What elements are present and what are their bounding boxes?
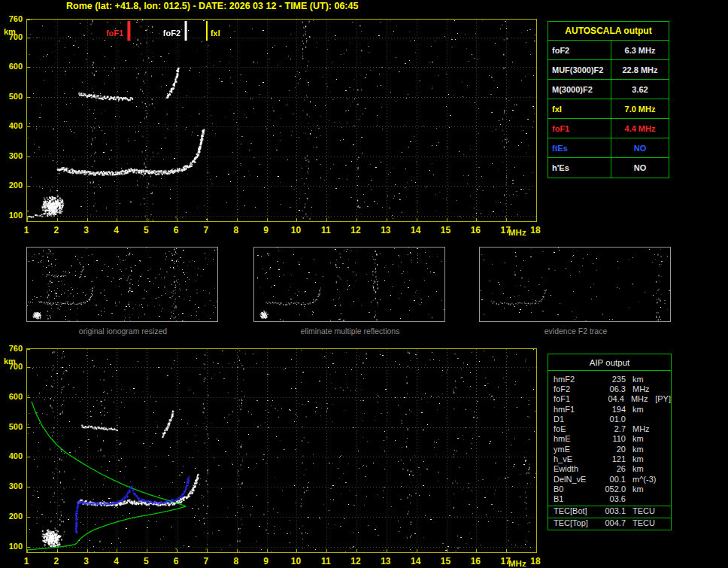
- aip-unit: km: [626, 375, 656, 384]
- y-tick-label: 400: [2, 121, 23, 130]
- thumbnail-original-canvas: [26, 247, 218, 322]
- x-tick-label: 15: [437, 225, 455, 235]
- x-tick-label: 6: [167, 556, 185, 566]
- autoscala-row-foF1: foF14.4 MHz: [548, 119, 669, 138]
- aip-row-foE: foE2.7MHz: [548, 424, 671, 433]
- thumbnail-f2-trace-canvas: [479, 247, 671, 322]
- y-tick-label: 400: [2, 451, 23, 460]
- autoscala-output-title: AUTOSCALA output: [548, 22, 669, 41]
- x-tick-label: 12: [347, 225, 365, 235]
- thumbnail-original-ionogram: original ionogram resized: [26, 247, 220, 336]
- aip-extra: [PY]: [654, 394, 671, 403]
- aip-row-hmF2: hmF2235km: [548, 374, 671, 384]
- aip-row-B0: B0052.0km: [548, 484, 671, 494]
- aip-unit: km: [626, 484, 656, 494]
- parameter-value: 7.0 MHz: [611, 99, 669, 118]
- autoscala-row-MUF(3000)F2: MUF(3000)F222.8 MHz: [548, 60, 669, 80]
- aip-value: 04.4: [599, 394, 624, 403]
- x-tick-label: 5: [137, 225, 155, 235]
- aip-name: DelN_vE: [554, 475, 600, 484]
- y-tick-label: 300: [2, 151, 23, 160]
- parameter-value: 22.8 MHz: [611, 60, 669, 79]
- y-tick-label: 500: [2, 92, 23, 101]
- aip-name: B1: [554, 494, 600, 503]
- aip-value: 235: [600, 375, 626, 384]
- parameter-name: M(3000)F2: [548, 80, 611, 99]
- parameter-name: ftEs: [548, 138, 611, 157]
- aip-row-foF1: foF104.4MHz[PY]: [548, 394, 671, 404]
- autoscala-row-ftEs: ftEsNO: [548, 138, 669, 158]
- x-tick-label: 2: [47, 225, 65, 235]
- aip-name: foF1: [554, 394, 599, 403]
- aip-value: 20: [600, 445, 626, 454]
- thumbnail-original-caption: original ionogram resized: [26, 327, 220, 336]
- y-tick-label: 600: [2, 62, 23, 71]
- autoscala-output-panel: AUTOSCALA output foF26.3 MHzMUF(3000)F22…: [548, 21, 669, 178]
- x-tick-label: 1: [17, 556, 35, 566]
- x-tick-label: 6: [167, 225, 185, 235]
- aip-name: h_vE: [554, 454, 600, 463]
- ionogram-profile-canvas: [26, 348, 537, 553]
- aip-value: 052.0: [600, 484, 626, 494]
- parameter-name: foF1: [548, 119, 611, 138]
- aip-row-ymE: ymE20km: [548, 444, 671, 454]
- autoscala-table: foF26.3 MHzMUF(3000)F222.8 MHzM(3000)F23…: [548, 41, 669, 178]
- aip-row-foF2: foF206.3MHz: [548, 384, 671, 393]
- x-tick-label: 4: [107, 556, 125, 566]
- y-tick-label: 700: [2, 32, 23, 41]
- x-tick-label: 2: [47, 556, 65, 566]
- aip-value: 00.1: [600, 475, 626, 484]
- aip-unit: km: [626, 445, 656, 454]
- x-tick-label: 8: [227, 556, 245, 566]
- aip-row-hmE: hmE110km: [548, 434, 671, 444]
- aip-name: hmE: [554, 434, 600, 443]
- aip-output-title: AIP output: [548, 354, 671, 371]
- aip-name: hmF1: [554, 405, 600, 414]
- parameter-value: 3.62: [611, 80, 669, 99]
- aip-name: foE: [554, 424, 600, 433]
- aip-value: 2.7: [600, 424, 626, 433]
- aip-unit: MHz: [626, 384, 656, 393]
- x-tick-label: 10: [287, 556, 305, 566]
- aip-unit: TECU: [626, 518, 656, 527]
- x-tick-label: 16: [466, 556, 484, 566]
- x-tick-label: 1: [17, 225, 35, 235]
- aip-value: 06.3: [600, 384, 626, 393]
- y-tick-label: 100: [2, 211, 23, 220]
- aip-row-Ewidth: Ewidth26km: [548, 464, 671, 474]
- x-tick-label: 9: [257, 225, 275, 235]
- x-tick-label: 17: [496, 556, 514, 566]
- x-tick-label: 11: [317, 556, 335, 566]
- autoscala-row-fxI: fxI7.0 MHz: [548, 99, 669, 119]
- y-tick-label: 600: [2, 392, 23, 401]
- aip-value: 110: [600, 434, 626, 443]
- aip-value: 121: [600, 454, 626, 463]
- y-tick-label: 760: [2, 344, 23, 353]
- aip-value: 26: [600, 464, 626, 473]
- y-tick-label: 500: [2, 422, 23, 431]
- aip-row-hmF1: hmF1194km: [548, 404, 671, 414]
- y-tick-label: 200: [2, 181, 23, 190]
- y-tick-label: 200: [2, 512, 23, 521]
- x-tick-label: 3: [77, 225, 96, 235]
- x-tick-label: 14: [407, 225, 425, 235]
- aip-name: ymE: [554, 445, 600, 454]
- aip-row-B1: B103.6: [548, 494, 671, 504]
- x-tick-label: 12: [347, 556, 365, 566]
- ionogram-profile-chart: km MHz 123456789101112131415161718100200…: [0, 345, 544, 568]
- y-tick-label: 700: [2, 362, 23, 371]
- x-tick-label: 5: [137, 556, 155, 566]
- aip-name: hmF2: [554, 375, 600, 384]
- thumbnail-no-multiples-canvas: [253, 247, 445, 322]
- aip-name: B0: [554, 484, 600, 494]
- x-tick-label: 11: [317, 225, 335, 235]
- ionogram-main-canvas: [26, 19, 537, 222]
- aip-unit: MHz: [624, 394, 654, 403]
- parameter-value: 4.4 MHz: [611, 119, 669, 138]
- aip-row-TEC[Top]: TEC[Top]004.7TECU: [548, 518, 671, 528]
- x-tick-label: 9: [257, 556, 275, 566]
- x-tick-label: 10: [287, 225, 305, 235]
- aip-row-DelN_vE: DelN_vE00.1m^(-3): [548, 474, 671, 484]
- autoscala-row-foF2: foF26.3 MHz: [548, 41, 669, 60]
- thumbnail-no-multiples: eliminate multiple reflections: [253, 247, 447, 336]
